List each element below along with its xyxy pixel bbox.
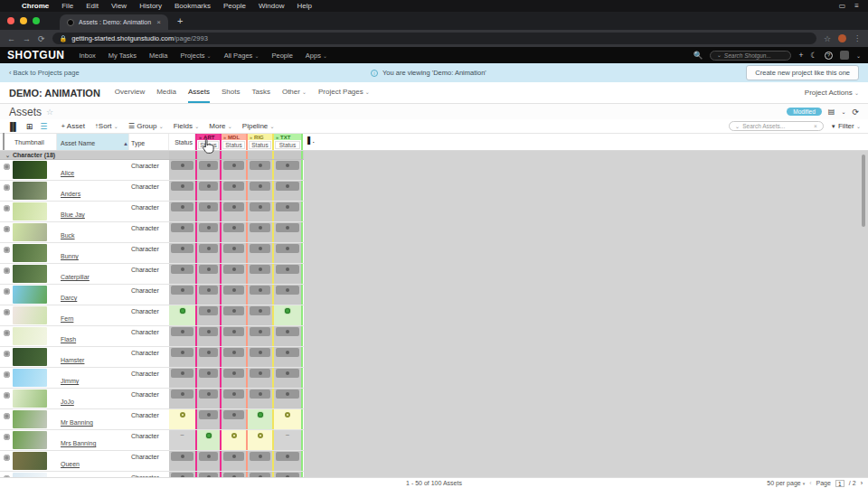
txt-status-cell[interactable] [274,285,303,305]
follow-icon[interactable] [4,226,10,232]
refresh-icon[interactable]: ⟳ [852,108,859,117]
follow-icon[interactable] [4,288,10,295]
bookmark-star-icon[interactable]: ☆ [824,34,831,43]
rig-status-cell[interactable] [248,202,274,221]
asset-thumbnail[interactable] [13,265,47,283]
asset-thumbnail[interactable] [13,202,47,221]
follow-icon[interactable] [4,164,10,170]
follow-icon[interactable] [4,371,10,378]
status-cell[interactable] [169,389,195,408]
txt-status-cell[interactable] [274,326,303,346]
follow-icon[interactable] [4,434,10,440]
panel-view-icon[interactable]: ▐▌ [7,122,19,131]
asset-name-link[interactable]: Caterpillar [61,274,90,280]
menu-bookmarks[interactable]: Bookmarks [175,2,211,10]
column-header-rig[interactable]: »RIGStatus [248,134,274,150]
follow-icon[interactable] [4,247,10,253]
asset-name-link[interactable]: Alice [61,170,74,176]
mdl-status-cell[interactable] [222,326,248,346]
menu-view[interactable]: View [111,2,127,10]
nav-item-my-tasks[interactable]: My Tasks [108,52,137,60]
address-bar[interactable]: 🔒 getting-started.shotgunstudio.com/page… [52,33,816,44]
txt-status-cell[interactable] [274,389,303,408]
collapse-group-icon[interactable]: ⌄ [5,152,10,158]
close-window-button[interactable] [7,17,14,24]
rig-status-cell[interactable] [248,243,274,263]
nav-item-apps[interactable]: Apps ⌄ [306,52,327,60]
column-header-txt[interactable]: »TXTStatus [274,134,303,150]
column-header-asset-name[interactable]: Asset Name▲ [57,134,129,150]
art-status-cell[interactable] [195,430,222,450]
prev-page-icon[interactable]: ‹ [809,480,811,486]
mdl-status-cell[interactable] [222,181,248,201]
rig-status-cell[interactable] [248,409,274,429]
search-assets-input[interactable]: ⌄Search Assets...× [729,121,824,131]
txt-status-cell[interactable] [274,202,303,221]
status-cell[interactable] [169,451,195,471]
asset-name-link[interactable]: Mr Banning [61,419,93,426]
txt-status-cell[interactable]: – [274,430,303,450]
thumbnail-view-icon[interactable]: ⊞ [26,122,33,131]
mdl-status-cell[interactable] [222,285,248,305]
art-status-cell[interactable] [195,285,222,305]
asset-name-link[interactable]: Queen [61,461,80,467]
tab-overview[interactable]: Overview [115,82,145,103]
status-cell[interactable] [169,347,195,367]
follow-icon[interactable] [4,351,10,357]
asset-thumbnail[interactable] [13,410,47,428]
tab-close-icon[interactable]: × [156,18,161,26]
follow-icon[interactable] [4,267,10,274]
mdl-status-cell[interactable] [222,243,248,263]
mdl-status-cell[interactable] [222,264,248,284]
sort-button[interactable]: ↑Sort ⌄ [95,122,118,130]
txt-status-cell[interactable] [274,368,303,388]
vertical-scrollbar[interactable] [862,155,865,227]
tab-project-pages[interactable]: Project Pages⌄ [318,82,370,103]
asset-name-link[interactable]: Blue Jay [61,211,85,218]
global-search-icon[interactable]: 🔍 [693,51,703,60]
add-asset-button[interactable]: + Asset [61,122,84,130]
browser-menu-icon[interactable]: ⋮ [854,34,861,42]
status-cell[interactable] [169,264,195,284]
help-icon[interactable]: ? [825,52,833,60]
back-icon[interactable]: ← [7,34,15,43]
txt-status-cell[interactable] [274,222,303,242]
rig-status-cell[interactable] [248,181,274,201]
group-button[interactable]: ☰ Group ⌄ [128,122,164,130]
asset-thumbnail[interactable] [13,244,47,262]
art-status-cell[interactable] [195,202,222,221]
status-cell[interactable]: – [169,430,195,450]
asset-name-link[interactable]: Jimmy [61,378,79,384]
rig-status-cell[interactable] [248,368,274,388]
mdl-status-cell[interactable] [222,202,248,221]
add-new-icon[interactable]: + [798,51,803,60]
follow-icon[interactable] [4,184,10,191]
more-button[interactable]: More ⌄ [209,122,232,130]
column-header-mdl[interactable]: »MDLStatus [222,134,248,150]
status-cell[interactable] [169,326,195,346]
art-status-cell[interactable] [195,409,222,429]
asset-thumbnail[interactable] [13,306,47,324]
column-header-status[interactable]: Status [169,134,195,150]
nav-item-people[interactable]: People [271,52,292,60]
column-header-thumbnail[interactable]: Thumbnail [13,134,57,150]
art-status-cell[interactable] [195,264,222,284]
art-status-cell[interactable] [195,368,222,388]
user-menu-chevron-icon[interactable]: ⌄ [856,52,861,59]
asset-thumbnail[interactable] [13,182,47,200]
pipeline-button[interactable]: Pipeline ⌄ [242,122,275,130]
asset-name-link[interactable]: Bunny [61,253,79,259]
mdl-status-cell[interactable] [222,222,248,242]
per-page-select[interactable]: 50 per page ▾ [767,480,805,486]
next-page-icon[interactable]: › [861,480,863,486]
menu-list-icon[interactable]: ≡ [854,2,859,10]
asset-name-link[interactable]: Fern [61,315,73,322]
status-cell[interactable] [169,181,195,201]
rig-status-cell[interactable] [248,160,274,180]
art-status-cell[interactable] [195,181,222,201]
back-to-projects-link[interactable]: ‹ Back to Projects page [9,69,80,77]
art-status-cell[interactable] [195,160,222,180]
menu-file[interactable]: File [61,2,73,10]
mdl-status-cell[interactable] [222,451,248,471]
project-actions-button[interactable]: Project Actions ⌄ [805,89,859,97]
